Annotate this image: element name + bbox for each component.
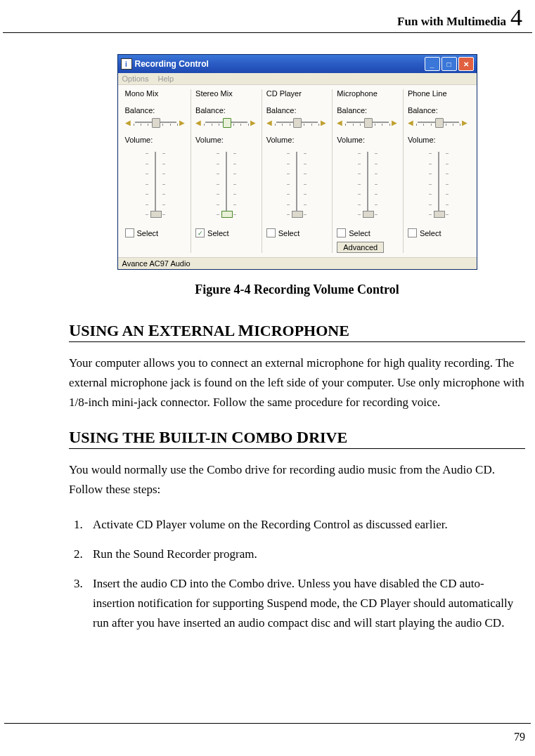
speaker-right-icon: ▶ [250,119,257,126]
speaker-left-icon: ◀ [266,119,273,126]
speaker-right-icon: ▶ [321,119,328,126]
step-item: Activate CD Player volume on the Recordi… [86,515,525,535]
volume-label: Volume: [195,136,257,144]
ext-mic-body: Your computer allows you to connect an e… [69,353,525,412]
select-checkbox[interactable]: ✓ [195,228,205,237]
minimize-button[interactable]: _ [425,57,440,71]
select-label: Select [420,229,441,237]
maximize-button[interactable]: □ [441,57,457,71]
select-checkbox[interactable] [125,228,134,237]
volume-label: Volume: [337,136,399,144]
channel-name: CD Player [266,89,328,99]
select-checkbox[interactable] [408,228,417,237]
statusbar: Avance AC97 Audio [118,257,477,269]
advanced-button[interactable]: Advanced [337,242,384,253]
app-icon: i [121,58,132,70]
balance-slider[interactable]: ◀▶ [125,116,187,129]
menu-options[interactable]: Options [122,74,149,83]
select-label: Select [207,229,229,237]
volume-label: Volume: [266,136,328,144]
window-titlebar[interactable]: i Recording Control _ □ ✕ [118,55,477,73]
balance-slider[interactable]: ◀▶ [195,116,257,129]
speaker-left-icon: ◀ [125,119,132,126]
footer-rule [4,723,531,724]
window-title: Recording Control [135,59,425,69]
balance-label: Balance: [266,106,328,115]
balance-slider[interactable]: ◀▶ [408,116,470,129]
balance-label: Balance: [125,106,187,115]
steps-list: Activate CD Player volume on the Recordi… [69,515,525,633]
speaker-right-icon: ▶ [179,119,186,126]
speaker-right-icon: ▶ [392,119,399,126]
channel-name: Microphone [337,89,399,99]
channel-cd-player: CD PlayerBalance:◀▶Volume:Select [262,89,333,253]
channels-panel: Mono MixBalance:◀▶Volume:SelectStereo Mi… [118,85,477,257]
select-checkbox[interactable] [266,228,276,237]
speaker-left-icon: ◀ [195,119,202,126]
balance-label: Balance: [408,106,470,115]
section-heading-combo: USING THE BUILT-IN COMBO DRIVE [69,428,525,449]
page-header: Fun with Multimedia 4 [3,0,532,33]
figure-caption: Figure 4-4 Recording Volume Control [69,282,525,297]
channel-name: Phone Line [408,89,470,99]
page-number: 79 [514,731,525,743]
channel-microphone: MicrophoneBalance:◀▶Volume:SelectAdvance… [333,89,404,253]
balance-slider[interactable]: ◀▶ [266,116,328,129]
volume-slider[interactable] [141,149,169,219]
step-item: Insert the audio CD into the Combo drive… [86,574,525,633]
speaker-right-icon: ▶ [462,119,469,126]
menu-help[interactable]: Help [157,74,174,83]
select-label: Select [137,229,159,237]
menubar: Options Help [118,73,477,85]
select-label: Select [349,229,370,237]
volume-slider[interactable] [354,149,382,219]
combo-body: You would normally use the Combo drive f… [69,460,525,500]
volume-label: Volume: [408,136,470,144]
close-button[interactable]: ✕ [458,57,474,71]
select-label: Select [278,229,300,237]
channel-stereo-mix: Stereo MixBalance:◀▶Volume:✓Select [191,89,262,253]
select-checkbox[interactable] [337,228,346,237]
channel-phone-line: Phone LineBalance:◀▶Volume:Select [404,89,474,253]
channel-name: Mono Mix [125,89,187,99]
volume-label: Volume: [125,136,187,144]
balance-slider[interactable]: ◀▶ [337,116,399,129]
section-heading-ext-mic: USING AN EXTERNAL MICROPHONE [69,321,525,342]
recording-control-window: i Recording Control _ □ ✕ Options Help M… [117,54,477,270]
balance-label: Balance: [337,106,399,115]
header-title: Fun with Multimedia [397,15,506,29]
speaker-left-icon: ◀ [408,119,415,126]
step-item: Run the Sound Recorder program. [86,545,525,564]
volume-slider[interactable] [425,149,453,219]
volume-slider[interactable] [283,149,311,219]
speaker-left-icon: ◀ [337,119,344,126]
balance-label: Balance: [195,106,257,115]
chapter-number: 4 [510,4,522,31]
volume-slider[interactable] [212,149,240,219]
channel-mono-mix: Mono MixBalance:◀▶Volume:Select [121,89,192,253]
channel-name: Stereo Mix [195,89,257,99]
